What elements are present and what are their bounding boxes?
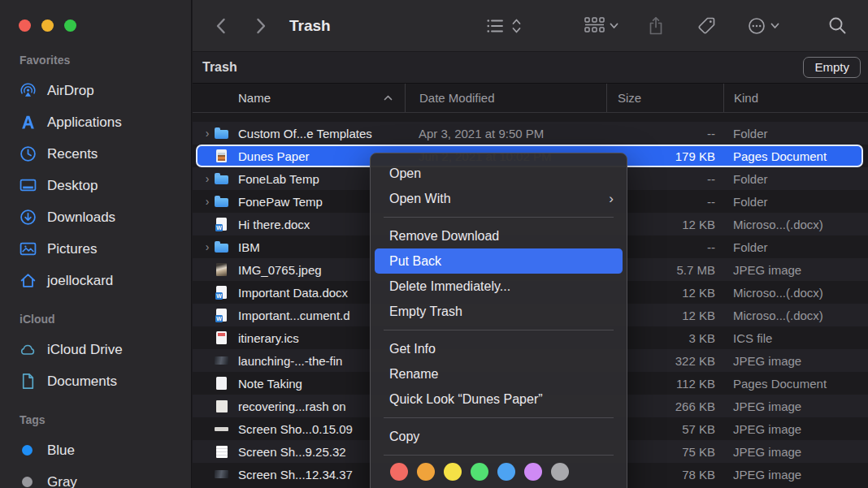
toolbar: Trash [193, 0, 868, 52]
tags-button[interactable] [694, 16, 719, 35]
file-name: Screen Sh...9.25.32 [238, 445, 346, 459]
view-as-list-button[interactable] [484, 18, 524, 34]
file-icon-folder [214, 125, 230, 141]
tag-color-button[interactable] [497, 463, 515, 481]
column-header-size[interactable]: Size [606, 84, 723, 112]
empty-trash-button[interactable]: Empty [803, 57, 861, 78]
list-column-headers: Name Date Modified Size Kind [193, 84, 868, 113]
file-icon-word [214, 216, 230, 232]
column-header-date-modified[interactable]: Date Modified [405, 84, 606, 112]
tag-color-button[interactable] [417, 463, 435, 481]
file-name: recovering...rash on [238, 399, 346, 413]
share-icon [648, 16, 664, 36]
menu-item-label: Open With [389, 192, 451, 206]
menu-item-open[interactable]: Open [371, 161, 627, 186]
sidebar-item-documents[interactable]: Documents [0, 365, 191, 397]
back-button[interactable] [210, 15, 231, 37]
minimize-window-button[interactable] [41, 19, 54, 32]
tag-color-button[interactable] [390, 463, 408, 481]
file-icon-word [214, 307, 230, 323]
sidebar-item-label: Gray [47, 474, 77, 488]
finder-window: FavoritesAirDropApplicationsRecentsDeskt… [0, 0, 868, 488]
sidebar-section-favorites: FavoritesAirDropApplicationsRecentsDeskt… [0, 50, 191, 296]
disclosure-chevron-icon[interactable]: › [201, 127, 214, 139]
sidebar-item-label: joellockard [47, 273, 113, 289]
file-icon-ics [214, 330, 230, 346]
file-icon-folder [214, 239, 230, 255]
dot-icon [20, 442, 39, 460]
menu-separator [384, 417, 614, 418]
menu-item-get-info[interactable]: Get Info [371, 336, 627, 361]
menu-item-label: Put Back [389, 254, 441, 269]
more-actions-button[interactable] [744, 17, 783, 35]
sidebar-section-icloud: iCloudiCloud DriveDocuments [0, 309, 191, 397]
menu-item-empty-trash[interactable]: Empty Trash [371, 299, 627, 324]
file-icon-grid [214, 443, 230, 460]
applications-icon [20, 114, 39, 132]
menu-item-rename[interactable]: Rename [371, 361, 627, 387]
menu-item-label: Empty Trash [389, 304, 462, 319]
group-by-button[interactable] [581, 17, 622, 34]
sidebar-item-icloud-drive[interactable]: iCloud Drive [0, 334, 191, 365]
file-icon-folder [214, 171, 230, 187]
file-name: IBM [238, 240, 260, 254]
menu-item-quick-look-dunes-paper[interactable]: Quick Look “Dunes Paper” [371, 387, 627, 412]
file-kind: Folder [723, 127, 868, 140]
disclosure-chevron-icon[interactable]: › [201, 196, 214, 207]
chevron-down-icon [610, 23, 618, 29]
file-icon-jpegphoto [214, 261, 230, 278]
sidebar-item-gray[interactable]: Gray [0, 466, 191, 488]
close-window-button[interactable] [19, 19, 31, 32]
file-kind: Folder [723, 172, 868, 186]
sidebar-item-label: Documents [47, 374, 117, 390]
sidebar-item-applications[interactable]: Applications [0, 106, 191, 138]
tag-color-button[interactable] [471, 463, 488, 481]
file-name: Screen Sh...12.34.37 [238, 468, 353, 482]
sidebar-item-joellockard[interactable]: joellockard [0, 265, 191, 296]
sidebar: FavoritesAirDropApplicationsRecentsDeskt… [0, 0, 192, 488]
chevron-left-icon [215, 18, 226, 34]
file-name: FoneLab Temp [238, 172, 319, 186]
file-date-modified: Apr 3, 2021 at 9:50 PM [405, 127, 606, 140]
disclosure-chevron-icon[interactable]: › [201, 241, 214, 253]
tag-color-button[interactable] [524, 463, 542, 481]
sidebar-item-airdrop[interactable]: AirDrop [0, 75, 191, 106]
group-by-icon [584, 17, 605, 34]
pictures-icon [20, 240, 39, 258]
column-header-kind[interactable]: Kind [723, 84, 868, 112]
menu-item-copy[interactable]: Copy [371, 424, 627, 449]
sidebar-item-recents[interactable]: Recents [0, 138, 191, 170]
file-icon-word [214, 284, 230, 300]
sidebar-item-label: Downloads [47, 209, 115, 226]
zoom-window-button[interactable] [64, 19, 76, 32]
menu-item-open-with[interactable]: Open With› [371, 186, 627, 211]
downloads-icon [20, 209, 39, 227]
menu-item-delete-immediately[interactable]: Delete Immediately... [371, 274, 627, 299]
tag-color-button[interactable] [551, 463, 569, 481]
sidebar-item-desktop[interactable]: Desktop [0, 170, 191, 201]
sidebar-item-label: iCloud Drive [47, 342, 123, 358]
dot-icon [20, 473, 39, 488]
sidebar-item-label: Recents [47, 146, 98, 162]
share-button[interactable] [644, 16, 667, 36]
file-icon-blank [214, 375, 230, 391]
column-header-name[interactable]: Name [193, 84, 405, 112]
sidebar-item-pictures[interactable]: Pictures [0, 233, 191, 265]
forward-button[interactable] [250, 15, 271, 37]
search-button[interactable] [825, 16, 850, 35]
file-kind: Microso...(.docx) [723, 218, 868, 231]
icloud-icon [20, 341, 39, 359]
file-row-custom-of-e-templates[interactable]: ›Custom Of...e TemplatesApr 3, 2021 at 9… [193, 122, 868, 145]
chevron-down-icon [770, 23, 779, 29]
sidebar-item-downloads[interactable]: Downloads [0, 201, 191, 233]
menu-item-remove-download[interactable]: Remove Download [371, 223, 627, 248]
file-kind: Pages Document [723, 377, 868, 391]
file-name-cell: ›Custom Of...e Templates [193, 125, 405, 141]
disclosure-chevron-icon[interactable]: › [201, 173, 214, 184]
sidebar-item-blue[interactable]: Blue [0, 434, 191, 466]
tag-color-button[interactable] [444, 463, 462, 481]
ellipsis-circle-icon [748, 17, 766, 35]
airdrop-icon [20, 82, 39, 100]
menu-item-put-back[interactable]: Put Back [375, 248, 623, 274]
file-icon-strip [214, 421, 230, 437]
